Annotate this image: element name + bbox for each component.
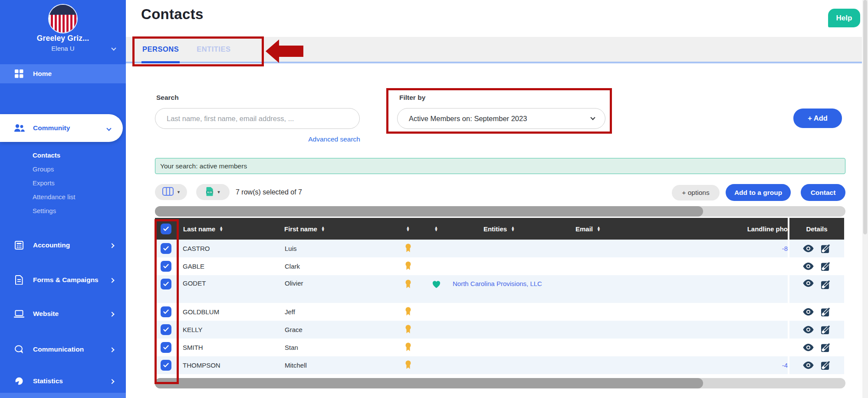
options-button[interactable]: + options xyxy=(672,185,720,201)
sidebar-subitem-contacts[interactable]: Contacts xyxy=(33,149,119,161)
last-name-cell: CASTRO xyxy=(183,245,210,252)
last-name-cell: KELLY xyxy=(183,326,203,333)
view-eye-icon[interactable] xyxy=(803,308,814,316)
sidebar-item-forms-campaigns[interactable]: Forms & Campaigns xyxy=(0,270,126,289)
row-checkbox[interactable] xyxy=(155,356,177,374)
search-summary-banner: Your search: active members xyxy=(155,158,845,174)
view-eye-icon[interactable] xyxy=(803,362,814,369)
row-checkbox[interactable] xyxy=(155,303,177,321)
sort-icon: ▲▼ xyxy=(321,226,325,232)
caret-down-icon: ▾ xyxy=(217,189,220,195)
caret-down-icon: ▾ xyxy=(178,189,180,195)
sidebar-item-statistics[interactable]: Statistics xyxy=(0,372,126,391)
last-name-cell: THOMPSON xyxy=(183,362,220,369)
column-header-member-badge[interactable]: ▲▼ xyxy=(393,218,423,240)
member-badge-icon xyxy=(405,261,411,272)
row-checkbox[interactable] xyxy=(155,321,177,339)
tab-bar-background xyxy=(126,37,862,62)
sidebar-subitem-attendance-list[interactable]: Attendance list xyxy=(33,191,119,202)
checkbox-checked-icon xyxy=(161,342,171,353)
sidebar-item-website[interactable]: Website xyxy=(0,304,126,323)
table-row: THOMPSON Mitchell -4 xyxy=(155,356,844,374)
svg-text:XLSX: XLSX xyxy=(207,191,213,193)
member-badge-icon xyxy=(405,360,411,371)
search-input[interactable] xyxy=(155,108,360,129)
table-row: KELLY Grace xyxy=(155,321,844,339)
edit-icon[interactable] xyxy=(821,280,831,289)
member-badge-icon xyxy=(405,342,411,353)
edit-icon[interactable] xyxy=(821,342,831,352)
filter-select[interactable]: Active Members on: September 2023 xyxy=(397,108,605,129)
select-all-checkbox[interactable] xyxy=(155,218,177,240)
export-xlsx-dropdown-button[interactable]: XLSX ▾ xyxy=(196,184,230,200)
sidebar-subitem-exports[interactable]: Exports xyxy=(33,177,119,188)
page-scrollbar-thumb[interactable] xyxy=(863,0,867,234)
row-checkbox[interactable] xyxy=(155,275,177,303)
view-eye-icon[interactable] xyxy=(803,280,814,287)
table-bottom-scrollbar-thumb[interactable] xyxy=(155,378,703,388)
column-header-favorite[interactable]: ▲▼ xyxy=(423,218,449,240)
row-checkbox[interactable] xyxy=(155,240,177,257)
user-menu[interactable]: Elena U xyxy=(0,45,126,52)
view-eye-icon[interactable] xyxy=(803,326,814,333)
edit-icon[interactable] xyxy=(821,261,831,271)
sidebar-item-label: Community xyxy=(33,124,70,132)
column-header-email[interactable]: Email ▲▼ xyxy=(549,218,627,240)
selection-count-text: 7 row(s) selected of 7 xyxy=(236,184,302,200)
sort-icon: ▲▼ xyxy=(511,226,515,232)
edit-icon[interactable] xyxy=(821,360,831,370)
email-cell xyxy=(549,303,627,321)
last-name-cell: GABLE xyxy=(183,263,204,270)
page-title: Contacts xyxy=(141,6,204,23)
forms-icon xyxy=(13,275,25,285)
sort-icon: ▲▼ xyxy=(406,226,410,232)
row-checkbox[interactable] xyxy=(155,339,177,356)
advanced-search-link[interactable]: Advanced search xyxy=(278,135,360,143)
entity-link[interactable]: North Carolina Provisions, LLC xyxy=(453,280,542,288)
app-window: Greeley Griz... Elena U Home Community C… xyxy=(0,0,868,398)
table-row: GOLDBLUM Jeff xyxy=(155,303,844,321)
columns-dropdown-button[interactable]: ▾ xyxy=(155,184,187,200)
sidebar-item-communication[interactable]: Communication xyxy=(0,340,126,359)
accounting-icon xyxy=(13,241,25,250)
chevron-right-icon xyxy=(109,243,114,248)
tab-persons[interactable]: PERSONS xyxy=(141,37,180,63)
view-eye-icon[interactable] xyxy=(803,245,814,252)
email-cell xyxy=(549,321,627,339)
sort-icon: ▲▼ xyxy=(434,226,438,232)
chevron-down-icon xyxy=(590,115,595,120)
checkbox-checked-icon xyxy=(161,306,171,317)
table-header: Last name ▲▼ First name ▲▼ ▲▼ ▲▼ Entitie… xyxy=(155,218,844,240)
sidebar-item-label: Communication xyxy=(33,345,84,353)
sidebar-item-community[interactable]: Community xyxy=(0,114,123,142)
row-checkbox[interactable] xyxy=(155,257,177,275)
communication-icon xyxy=(13,345,25,354)
sidebar-item-home[interactable]: Home xyxy=(0,64,126,83)
sidebar-subitem-groups[interactable]: Groups xyxy=(33,163,119,174)
checkbox-checked-icon xyxy=(161,324,171,335)
edit-icon[interactable] xyxy=(821,325,831,335)
sidebar-item-accounting[interactable]: Accounting xyxy=(0,236,126,255)
table-body: CASTRO Luis -8 xyxy=(155,240,844,374)
help-button[interactable]: Help xyxy=(828,9,860,27)
tab-entities[interactable]: ENTITIES xyxy=(196,37,231,63)
column-header-entities[interactable]: Entities ▲▼ xyxy=(449,218,549,240)
view-eye-icon[interactable] xyxy=(803,263,814,270)
view-eye-icon[interactable] xyxy=(803,344,814,351)
home-icon xyxy=(13,69,25,78)
add-button[interactable]: + Add xyxy=(793,109,842,128)
search-label: Search xyxy=(156,94,179,102)
sidebar-item-label: Home xyxy=(33,70,52,78)
table-top-scrollbar-thumb[interactable] xyxy=(155,206,703,217)
contact-button[interactable]: Contact xyxy=(801,184,845,201)
sidebar: Greeley Griz... Elena U Home Community C… xyxy=(0,0,126,398)
member-badge-icon xyxy=(405,307,411,317)
column-header-last-name[interactable]: Last name ▲▼ xyxy=(177,218,278,240)
first-name-cell: Olivier xyxy=(285,280,303,287)
column-header-first-name[interactable]: First name ▲▼ xyxy=(278,218,393,240)
column-header-landline-phone[interactable]: Landline pho xyxy=(627,218,788,240)
edit-icon[interactable] xyxy=(821,243,831,253)
add-to-group-button[interactable]: Add to a group xyxy=(726,184,791,201)
edit-icon[interactable] xyxy=(821,307,831,317)
sidebar-subitem-settings[interactable]: Settings xyxy=(33,205,119,216)
